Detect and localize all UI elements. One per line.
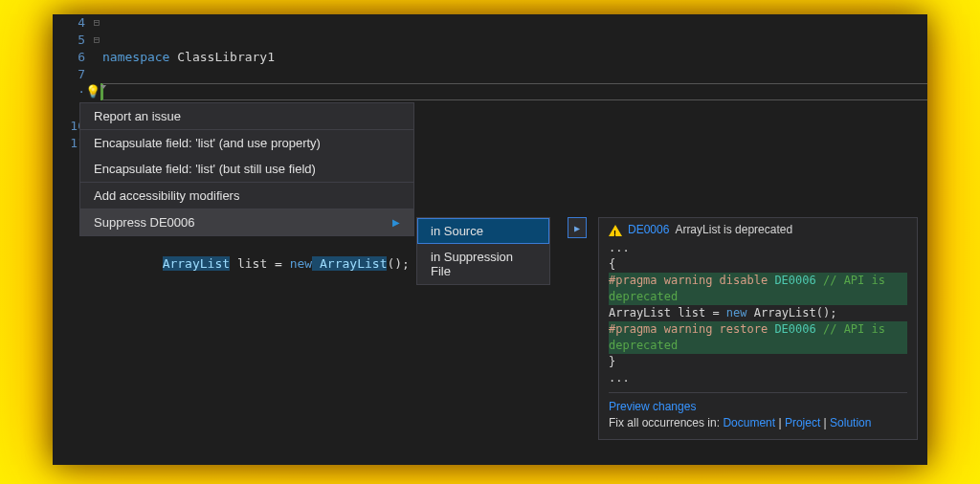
identifier: ClassLibrary1 — [169, 50, 275, 64]
menu-item-encapsulate-field[interactable]: Encapsulate field: 'list' (but still use… — [80, 156, 413, 182]
menu-item-accessibility[interactable]: Add accessibility modifiers — [80, 182, 413, 209]
line-number: 4 — [53, 14, 85, 32]
menu-item-encapsulate-property[interactable]: Encapsulate field: 'list' (and use prope… — [80, 129, 413, 156]
diagnostic-message: ArrayList is deprecated — [675, 222, 792, 238]
code-brace: } — [609, 354, 907, 370]
editor-frame: 4 5 6 7 · 10 11 ⊟⊟ namespace ClassLibrar… — [53, 14, 927, 465]
lightbulb-icon[interactable] — [85, 83, 100, 99]
preview-changes-link[interactable]: Preview changes — [609, 399, 907, 415]
code-brace: { — [609, 256, 907, 273]
keyword: namespace — [102, 50, 169, 64]
fix-document-link[interactable]: Document — [723, 416, 775, 429]
line-number: 7 — [53, 66, 85, 83]
pragma-restore-line: #pragma warning restore DE0006 // API is… — [609, 321, 907, 354]
keyword: new — [290, 256, 312, 271]
preview-header: DE0006 ArrayList is deprecated — [609, 222, 907, 238]
suppress-submenu: in Source in Suppression File — [416, 217, 550, 285]
line-number: 5 — [53, 32, 85, 49]
line-number: · — [53, 83, 85, 100]
code-ellipsis: ... — [609, 370, 907, 386]
preview-footer: Preview changes Fix all occurrences in: … — [609, 392, 907, 431]
type-ref: ArrayList — [312, 256, 387, 271]
submenu-item-in-file[interactable]: in Suppression File — [417, 244, 549, 284]
fix-all-row: Fix all occurrences in: Document | Proje… — [609, 415, 907, 431]
type-ref: ArrayList — [163, 256, 230, 271]
submenu-item-in-source[interactable]: in Source — [417, 218, 549, 244]
preview-expand-button[interactable]: ▶ — [568, 217, 587, 238]
code-text: (); — [387, 256, 409, 271]
code-body-line: ArrayList list = new ArrayList(); — [609, 305, 907, 321]
fix-project-link[interactable]: Project — [785, 416, 820, 429]
menu-item-suppress[interactable]: Suppress DE0006 ▶ — [80, 209, 413, 235]
code-text: list = — [230, 256, 290, 271]
lightbulb-dropdown-icon[interactable] — [100, 85, 106, 89]
warning-icon — [609, 225, 622, 236]
submenu-arrow-icon: ▶ — [392, 217, 400, 228]
pragma-disable-line: #pragma warning disable DE0006 // API is… — [609, 273, 907, 305]
outline-column: ⊟⊟ — [93, 14, 100, 49]
line-number: 6 — [53, 49, 85, 66]
fix-all-label: Fix all occurrences in: — [609, 416, 723, 429]
line-gutter: 4 5 6 7 · 10 11 — [53, 14, 91, 465]
code-ellipsis: ... — [609, 240, 907, 256]
menu-item-report-issue[interactable]: Report an issue — [80, 103, 413, 129]
diagnostic-code[interactable]: DE0006 — [628, 222, 669, 238]
quick-actions-menu: Report an issue Encapsulate field: 'list… — [79, 102, 414, 236]
fix-solution-link[interactable]: Solution — [830, 416, 871, 429]
fix-preview-panel: DE0006 ArrayList is deprecated ... { #pr… — [598, 217, 918, 440]
